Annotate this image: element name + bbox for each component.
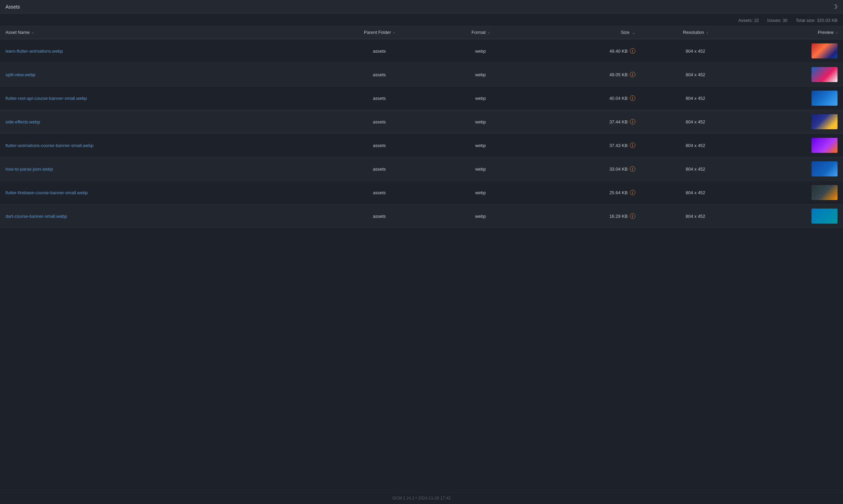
folder-cell: assets: [320, 110, 438, 134]
table-row: flutter-rest-api-course-banner-small.web…: [0, 87, 843, 110]
folder-cell: assets: [320, 134, 438, 157]
preview-cell: [750, 157, 843, 181]
resolution-cell: 804 x 452: [641, 204, 750, 228]
resolution-cell: 804 x 452: [641, 63, 750, 87]
top-stats: Assets: 22 Issues: 30 Total size: 320.03…: [0, 14, 843, 26]
asset-name-link[interactable]: side-effects.webp: [5, 119, 40, 124]
sort-arrow-resolution: ›: [706, 30, 708, 35]
size-value: 49.40 KB: [609, 49, 628, 54]
table-row: dart-course-banner-small.webpassetswebp1…: [0, 204, 843, 228]
size-cell: 16.29 KBiThis image size exceeds the 1KB…: [523, 204, 641, 228]
app-title: Assets: [5, 4, 20, 10]
info-icon[interactable]: iThis image size exceeds the 1KB limit.: [630, 95, 635, 101]
size-value: 25.64 KB: [609, 190, 628, 195]
col-header-preview[interactable]: Preview ›: [750, 26, 843, 39]
preview-cell: [750, 134, 843, 157]
size-cell: 33.04 KBiThis image size exceeds the 1KB…: [523, 157, 641, 181]
size-value: 37.43 KB: [609, 143, 628, 148]
folder-cell: assets: [320, 157, 438, 181]
format-cell: webp: [438, 110, 522, 134]
assets-table: Asset Name › Parent Folder › Format › Si…: [0, 26, 843, 228]
format-cell: webp: [438, 134, 522, 157]
asset-name-link[interactable]: dart-course-banner-small.webp: [5, 214, 67, 219]
preview-cell: [750, 204, 843, 228]
preview-cell: [750, 181, 843, 204]
col-header-resolution[interactable]: Resolution ›: [641, 26, 750, 39]
resolution-cell: 804 x 452: [641, 39, 750, 63]
folder-cell: assets: [320, 181, 438, 204]
info-icon[interactable]: iThis image size exceeds the 1KB limit.: [630, 213, 635, 219]
preview-thumbnail: [812, 67, 838, 82]
assets-count: Assets: 22: [738, 18, 759, 23]
col-header-parent-folder[interactable]: Parent Folder ›: [320, 26, 438, 39]
resolution-cell: 804 x 452: [641, 110, 750, 134]
table-row: split-view.webpassetswebp49.05 KBiThis i…: [0, 63, 843, 87]
preview-cell: [750, 87, 843, 110]
format-cell: webp: [438, 39, 522, 63]
size-value: 49.05 KB: [609, 72, 628, 77]
preview-cell: [750, 63, 843, 87]
footer: DCM 1.24.2 • 2024-11-26 17:42: [0, 492, 843, 504]
info-icon[interactable]: iThis image size exceeds the 1KB limit.: [630, 72, 635, 77]
table-row: flutter-firebase-course-banner-small.web…: [0, 181, 843, 204]
size-cell: 37.44 KBiThis image size exceeds the 1KB…: [523, 110, 641, 134]
size-cell: 49.40 KBiThis image size exceeds the 1KB…: [523, 39, 641, 63]
resolution-cell: 804 x 452: [641, 134, 750, 157]
preview-thumbnail: [812, 209, 838, 224]
folder-cell: assets: [320, 204, 438, 228]
format-cell: webp: [438, 204, 522, 228]
preview-thumbnail: [812, 161, 838, 176]
preview-thumbnail: [812, 43, 838, 58]
format-cell: webp: [438, 87, 522, 110]
asset-name-link[interactable]: split-view.webp: [5, 72, 35, 77]
preview-thumbnail: [812, 91, 838, 106]
folder-cell: assets: [320, 39, 438, 63]
format-cell: webp: [438, 157, 522, 181]
preview-cell: [750, 39, 843, 63]
issues-count: Issues: 30: [767, 18, 788, 23]
preview-thumbnail: [812, 185, 838, 200]
info-icon[interactable]: iThis image size exceeds the 1KB limit.: [630, 143, 635, 148]
col-header-size[interactable]: Size ⌄: [523, 26, 641, 39]
title-bar: Assets ☽: [0, 0, 843, 14]
resolution-cell: 804 x 452: [641, 87, 750, 110]
folder-cell: assets: [320, 63, 438, 87]
preview-cell: [750, 110, 843, 134]
info-icon[interactable]: iThis image size exceeds the 1KB limit.: [630, 119, 635, 124]
asset-name-link[interactable]: flutter-firebase-course-banner-small.web…: [5, 190, 88, 195]
table-row: side-effects.webpassetswebp37.44 KBiThis…: [0, 110, 843, 134]
size-value: 40.04 KB: [609, 96, 628, 101]
info-icon[interactable]: iThis image size exceeds the 1KB limit.: [630, 166, 635, 172]
info-icon[interactable]: iThis image size exceeds the 1KB limit.: [630, 190, 635, 195]
asset-name-link[interactable]: how-to-parse-json.webp: [5, 167, 53, 172]
assets-table-container: Asset Name › Parent Folder › Format › Si…: [0, 26, 843, 492]
moon-icon[interactable]: ☽: [832, 3, 838, 11]
size-cell: 49.05 KBiThis image size exceeds the 1KB…: [523, 63, 641, 87]
size-cell: 25.64 KBiThis image size exceeds the 1KB…: [523, 181, 641, 204]
sort-arrow-folder: ›: [393, 30, 395, 35]
total-size: Total size: 320.03 KB: [796, 18, 838, 23]
table-row: flutter-animations-course-banner-small.w…: [0, 134, 843, 157]
table-row: how-to-parse-json.webpassetswebp33.04 KB…: [0, 157, 843, 181]
preview-thumbnail: [812, 114, 838, 129]
folder-cell: assets: [320, 87, 438, 110]
preview-thumbnail: [812, 138, 838, 153]
sort-arrow-size: ⌄: [632, 30, 635, 35]
size-value: 37.44 KB: [609, 119, 628, 124]
asset-name-link[interactable]: learn-flutter-animations.webp: [5, 49, 63, 54]
sort-arrow-preview: ›: [836, 30, 838, 35]
col-header-asset-name[interactable]: Asset Name ›: [0, 26, 320, 39]
resolution-cell: 804 x 452: [641, 157, 750, 181]
sort-arrow-format: ›: [488, 30, 490, 35]
format-cell: webp: [438, 181, 522, 204]
resolution-cell: 804 x 452: [641, 181, 750, 204]
table-header-row: Asset Name › Parent Folder › Format › Si…: [0, 26, 843, 39]
info-icon[interactable]: iThis image size exceeds the 1KB limit.: [630, 48, 635, 54]
col-header-format[interactable]: Format ›: [438, 26, 522, 39]
footer-text: DCM 1.24.2 • 2024-11-26 17:42: [392, 496, 451, 501]
sort-arrow-name: ›: [32, 30, 34, 35]
asset-name-link[interactable]: flutter-animations-course-banner-small.w…: [5, 143, 93, 148]
asset-name-link[interactable]: flutter-rest-api-course-banner-small.web…: [5, 96, 87, 101]
size-value: 33.04 KB: [609, 167, 628, 172]
size-cell: 37.43 KBiThis image size exceeds the 1KB…: [523, 134, 641, 157]
